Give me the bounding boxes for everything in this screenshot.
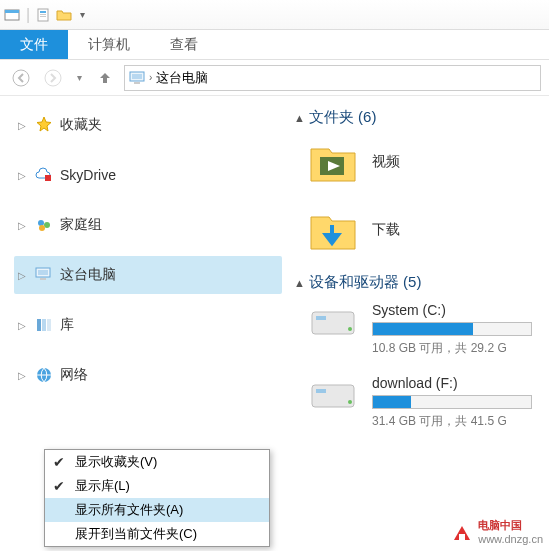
drive-icon [308, 375, 358, 415]
videos-folder-icon [308, 137, 358, 187]
svg-rect-16 [38, 270, 48, 275]
menu-item-label: 显示库(L) [75, 477, 130, 495]
sidebar-item-network[interactable]: ▷ 网络 [14, 356, 282, 394]
computer-icon [129, 70, 145, 86]
expand-icon[interactable]: ▷ [18, 120, 28, 131]
svg-rect-4 [40, 14, 46, 15]
content-pane: ▲ 文件夹 (6) 视频 下载 ▲ 设备和驱动器 (5) System (C:) [290, 96, 549, 551]
svg-rect-11 [45, 175, 51, 181]
svg-point-12 [38, 220, 44, 226]
sidebar-item-label: SkyDrive [60, 167, 116, 183]
sidebar-item-favorites[interactable]: ▷ 收藏夹 [14, 106, 282, 144]
group-label: 设备和驱动器 (5) [309, 273, 422, 292]
app-icon [4, 7, 20, 23]
svg-rect-17 [40, 278, 46, 280]
svg-point-29 [348, 400, 352, 404]
svg-rect-20 [47, 319, 51, 331]
svg-point-14 [39, 225, 45, 231]
svg-rect-19 [42, 319, 46, 331]
separator: | [26, 6, 30, 24]
tab-file[interactable]: 文件 [0, 30, 68, 59]
drive-info: download (F:) 31.4 GB 可用，共 41.5 G [372, 375, 532, 430]
expand-icon[interactable]: ▷ [18, 220, 28, 231]
skydrive-icon [34, 165, 54, 185]
network-icon [34, 365, 54, 385]
computer-icon [34, 265, 54, 285]
folder-label: 视频 [372, 153, 400, 171]
svg-rect-18 [37, 319, 41, 331]
folder-icon[interactable] [56, 7, 72, 23]
sidebar-item-libraries[interactable]: ▷ 库 [14, 306, 282, 344]
drive-free-text: 10.8 GB 可用，共 29.2 G [372, 340, 532, 357]
sidebar-item-this-pc[interactable]: ▷ 这台电脑 [14, 256, 282, 294]
svg-point-6 [13, 70, 29, 86]
svg-point-7 [45, 70, 61, 86]
svg-rect-5 [40, 16, 46, 17]
up-button[interactable] [92, 65, 118, 91]
check-icon: ✔ [49, 478, 69, 494]
menu-item-expand-current[interactable]: 展开到当前文件夹(C) [45, 522, 269, 546]
svg-rect-10 [134, 82, 140, 84]
qat-dropdown[interactable]: ▾ [80, 9, 85, 20]
svg-rect-24 [312, 312, 354, 334]
drive-item-f[interactable]: download (F:) 31.4 GB 可用，共 41.5 G [308, 375, 545, 430]
drive-usage-bar [372, 395, 532, 409]
star-icon [34, 115, 54, 135]
expand-icon[interactable]: ▷ [18, 320, 28, 331]
nav-bar: ▾ › 这台电脑 [0, 60, 549, 96]
watermark-url: www.dnzg.cn [478, 533, 543, 545]
chevron-right-icon: › [149, 72, 152, 83]
svg-point-13 [44, 222, 50, 228]
folder-item-downloads[interactable]: 下载 [308, 205, 545, 255]
drive-info: System (C:) 10.8 GB 可用，共 29.2 G [372, 302, 532, 357]
svg-rect-27 [312, 385, 354, 407]
sidebar-item-label: 库 [60, 316, 74, 334]
group-header-folders[interactable]: ▲ 文件夹 (6) [294, 108, 545, 127]
svg-rect-9 [132, 74, 142, 79]
svg-rect-28 [316, 389, 326, 393]
svg-point-26 [348, 327, 352, 331]
drive-icon [308, 302, 358, 342]
context-menu: ✔ 显示收藏夹(V) ✔ 显示库(L) 显示所有文件夹(A) 展开到当前文件夹(… [44, 449, 270, 547]
recent-dropdown[interactable]: ▾ [72, 65, 86, 91]
ribbon-tabs: 文件 计算机 查看 [0, 30, 549, 60]
watermark: 电脑中国 www.dnzg.cn [450, 518, 543, 545]
homegroup-icon [34, 215, 54, 235]
svg-rect-3 [40, 11, 46, 13]
menu-item-show-libraries[interactable]: ✔ 显示库(L) [45, 474, 269, 498]
sidebar-item-label: 网络 [60, 366, 88, 384]
drive-item-c[interactable]: System (C:) 10.8 GB 可用，共 29.2 G [308, 302, 545, 357]
back-button[interactable] [8, 65, 34, 91]
menu-item-show-all-folders[interactable]: 显示所有文件夹(A) [45, 498, 269, 522]
address-location: 这台电脑 [156, 69, 208, 87]
menu-item-label: 显示所有文件夹(A) [75, 501, 183, 519]
check-icon: ✔ [49, 454, 69, 470]
tab-computer[interactable]: 计算机 [68, 30, 150, 59]
expand-icon[interactable]: ▷ [18, 270, 28, 281]
group-header-drives[interactable]: ▲ 设备和驱动器 (5) [294, 273, 545, 292]
expand-icon[interactable]: ▷ [18, 370, 28, 381]
expand-icon[interactable]: ▷ [18, 170, 28, 181]
properties-icon[interactable] [36, 7, 52, 23]
sidebar-item-skydrive[interactable]: ▷ SkyDrive [14, 156, 282, 194]
folder-label: 下载 [372, 221, 400, 239]
menu-item-show-favorites[interactable]: ✔ 显示收藏夹(V) [45, 450, 269, 474]
sidebar-item-label: 这台电脑 [60, 266, 116, 284]
address-bar[interactable]: › 这台电脑 [124, 65, 541, 91]
group-label: 文件夹 (6) [309, 108, 377, 127]
watermark-icon [450, 520, 474, 544]
collapse-icon: ▲ [294, 112, 305, 124]
folder-item-videos[interactable]: 视频 [308, 137, 545, 187]
svg-rect-30 [459, 534, 465, 540]
downloads-folder-icon [308, 205, 358, 255]
drive-usage-bar [372, 322, 532, 336]
svg-rect-1 [5, 10, 19, 13]
menu-item-label: 显示收藏夹(V) [75, 453, 157, 471]
sidebar-item-homegroup[interactable]: ▷ 家庭组 [14, 206, 282, 244]
tab-view[interactable]: 查看 [150, 30, 218, 59]
title-bar: | ▾ [0, 0, 549, 30]
drive-name: System (C:) [372, 302, 532, 318]
forward-button[interactable] [40, 65, 66, 91]
libraries-icon [34, 315, 54, 335]
sidebar-item-label: 收藏夹 [60, 116, 102, 134]
